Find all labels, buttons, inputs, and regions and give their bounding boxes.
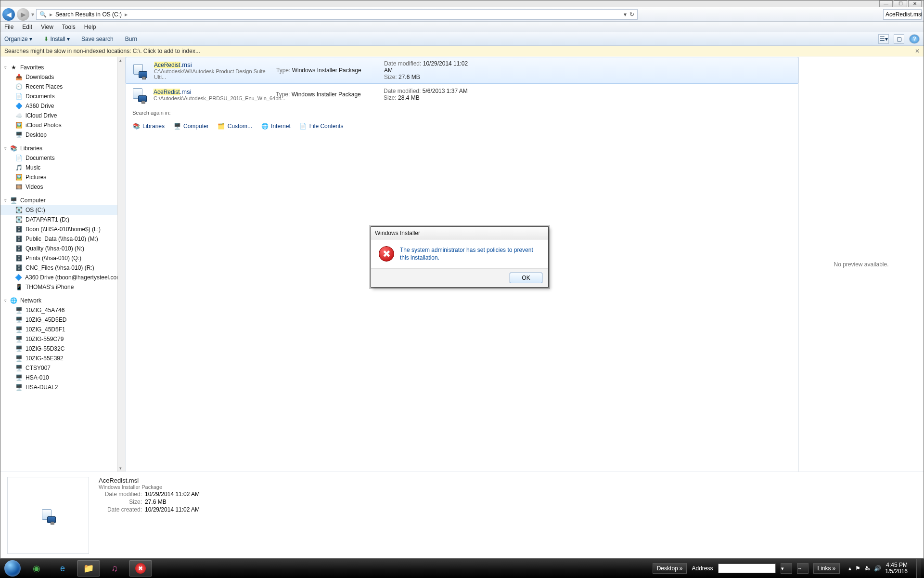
organize-button[interactable]: Organize ▾: [4, 36, 32, 42]
disclosure-icon[interactable]: ▿: [4, 298, 7, 303]
tree-item-icon: 🎵: [15, 164, 23, 171]
address-go-button[interactable]: →: [797, 563, 808, 574]
tree-item[interactable]: 💽DATAPART1 (D:): [0, 215, 125, 224]
taskbar-itunes[interactable]: ♫: [103, 560, 126, 577]
tree-item[interactable]: 🖼️Pictures: [0, 172, 125, 182]
menu-file[interactable]: File: [4, 24, 13, 30]
result-path: C:\Autodesk\Autodesk_PRDSU_2015_Enu_Win_…: [154, 95, 269, 101]
tree-item[interactable]: 🖥️HSA-010: [0, 373, 125, 382]
nav-forward-button[interactable]: ▶: [17, 8, 29, 21]
tray-show-hidden-icon[interactable]: ▴: [848, 565, 851, 572]
tree-item[interactable]: 🔷A360 Drive: [0, 101, 125, 111]
tree-item[interactable]: 🖼️iCloud Photos: [0, 120, 125, 130]
save-search-button[interactable]: Save search: [81, 36, 114, 42]
search-result-row[interactable]: AceRedist.msi C:\Autodesk\WI\Autodesk Pr…: [126, 57, 798, 84]
system-tray[interactable]: ▴ ⚑ 🖧 🔊 4:45 PM 1/5/2016: [845, 562, 911, 575]
result-filename: AceRedist.msi: [154, 61, 270, 68]
tree-item[interactable]: 🖥️10ZIG-55E392: [0, 354, 125, 363]
taskbar-chrome[interactable]: ◉: [25, 560, 48, 577]
tree-item[interactable]: 🎵Music: [0, 163, 125, 172]
tree-item[interactable]: 🖥️Desktop: [0, 130, 125, 140]
index-warning-bar[interactable]: Searches might be slow in non-indexed lo…: [0, 46, 924, 56]
maximize-button[interactable]: ☐: [894, 0, 907, 7]
menu-view[interactable]: View: [41, 24, 53, 30]
tree-item[interactable]: 🗄️Public_Data (\\hsa-010) (M:): [0, 234, 125, 244]
address-band-input[interactable]: [718, 564, 776, 573]
tree-item[interactable]: 🖥️HSA-DUAL2: [0, 382, 125, 392]
chevron-right-icon[interactable]: ▸: [50, 11, 52, 18]
tree-item[interactable]: 🖥️10ZIG_45A746: [0, 305, 125, 315]
refresh-icon[interactable]: ↻: [629, 11, 634, 18]
help-button[interactable]: ?: [909, 34, 920, 44]
tree-item[interactable]: 📥Downloads: [0, 72, 125, 82]
tray-flag-icon[interactable]: ⚑: [855, 565, 860, 572]
search-result-row[interactable]: AceRedist.msi C:\Autodesk\Autodesk_PRDSU…: [126, 84, 798, 105]
recent-dropdown-icon[interactable]: ▾: [31, 11, 34, 18]
install-button[interactable]: ⬇ Install ▾: [44, 36, 70, 42]
search-again-item[interactable]: 📄File Contents: [299, 122, 344, 130]
burn-button[interactable]: Burn: [125, 36, 137, 42]
minimize-button[interactable]: —: [879, 0, 893, 7]
tree-item[interactable]: 🖥️10ZIG-559C79: [0, 334, 125, 344]
tree-item[interactable]: 🗄️Quality (\\hsa-010) (N:): [0, 244, 125, 253]
tree-header-libraries[interactable]: ▿📚Libraries: [0, 144, 125, 153]
ok-button[interactable]: OK: [510, 273, 542, 283]
tree-item[interactable]: ☁️iCloud Drive: [0, 111, 125, 120]
disclosure-icon[interactable]: ▿: [4, 65, 7, 70]
breadcrumb-dropdown-icon[interactable]: ▾: [624, 11, 627, 18]
tree-item-icon: 🖥️: [15, 316, 23, 324]
preview-pane-button[interactable]: ▢: [894, 34, 904, 44]
search-input[interactable]: AceRedist.msi ✕: [883, 9, 922, 20]
view-options-button[interactable]: ☰▾: [878, 34, 889, 44]
tree-item[interactable]: 🖥️10ZIG-55D32C: [0, 344, 125, 354]
tree-item[interactable]: 🖥️10ZIG_45D5F1: [0, 325, 125, 334]
close-icon[interactable]: ✕: [915, 48, 920, 54]
tray-network-icon[interactable]: 🖧: [864, 565, 870, 572]
tree-item[interactable]: 🎞️Videos: [0, 182, 125, 192]
tree-item-label: THOMAS's iPhone: [26, 284, 74, 290]
titlebar[interactable]: — ☐ ✕: [0, 0, 924, 7]
show-desktop-button[interactable]: [916, 559, 921, 578]
tree-item[interactable]: 📄Documents: [0, 153, 125, 163]
tray-volume-icon[interactable]: 🔊: [874, 565, 881, 572]
breadcrumb-text[interactable]: Search Results in OS (C:): [55, 11, 122, 18]
links-band-button[interactable]: Links »: [813, 563, 840, 574]
menu-edit[interactable]: Edit: [22, 24, 32, 30]
nav-back-button[interactable]: ◀: [2, 8, 15, 21]
tree-item[interactable]: 📄Documents: [0, 92, 125, 101]
search-again-item[interactable]: 🌐Internet: [261, 122, 291, 130]
sidebar-scrollbar[interactable]: [117, 57, 125, 472]
tray-clock[interactable]: 4:45 PM 1/5/2016: [885, 562, 908, 575]
desktop-band-button[interactable]: Desktop »: [653, 563, 687, 574]
tree-item[interactable]: 🗄️CNC_Files (\\hsa-010) (R:): [0, 263, 125, 273]
menu-help[interactable]: Help: [84, 24, 96, 30]
taskbar-explorer[interactable]: 📁: [77, 560, 100, 577]
start-button[interactable]: [3, 559, 22, 578]
chevron-right-icon[interactable]: ▸: [125, 11, 128, 18]
taskbar-ie[interactable]: e: [51, 560, 74, 577]
tree-header-favorites[interactable]: ▿★Favorites: [0, 63, 125, 72]
search-again-item[interactable]: 🖥️Computer: [173, 122, 209, 130]
dialog-titlebar[interactable]: Windows Installer: [371, 227, 548, 239]
disclosure-icon[interactable]: ▿: [4, 146, 7, 151]
address-dropdown-icon[interactable]: ▾: [781, 563, 792, 574]
taskbar[interactable]: ◉ e 📁 ♫ ✖ Desktop » Address ▾ → Links » …: [0, 559, 924, 578]
search-again-item[interactable]: 🗂️Custom...: [218, 122, 252, 130]
tree-item[interactable]: 🖥️10ZIG_45D5ED: [0, 315, 125, 325]
tree-header-network[interactable]: ▿🌐Network: [0, 296, 125, 305]
tree-item[interactable]: 🕘Recent Places: [0, 82, 125, 92]
search-again-item[interactable]: 📚Libraries: [132, 122, 165, 130]
tree-item[interactable]: 💽OS (C:): [0, 205, 125, 215]
tree-item[interactable]: 📱THOMAS's iPhone: [0, 282, 125, 292]
tree-header-computer[interactable]: ▿🖥️Computer: [0, 196, 125, 205]
taskbar-installer-error[interactable]: ✖: [129, 560, 152, 577]
result-date: Date modified: 10/29/2014 11:02 AM: [384, 60, 471, 74]
tree-item[interactable]: 🔷A360 Drive (tboon@hagertysteel.com): [0, 273, 125, 282]
breadcrumb[interactable]: 🔍 ▸ Search Results in OS (C:) ▸ ▾ ↻: [36, 9, 638, 20]
disclosure-icon[interactable]: ▿: [4, 198, 7, 203]
close-button[interactable]: ✕: [908, 0, 922, 7]
tree-item[interactable]: 🗄️Prints (\\hsa-010) (Q:): [0, 253, 125, 263]
menu-tools[interactable]: Tools: [62, 24, 76, 30]
tree-item[interactable]: 🖥️CTSY007: [0, 363, 125, 373]
tree-item[interactable]: 🗄️Boon (\\HSA-010\home$) (L:): [0, 224, 125, 234]
